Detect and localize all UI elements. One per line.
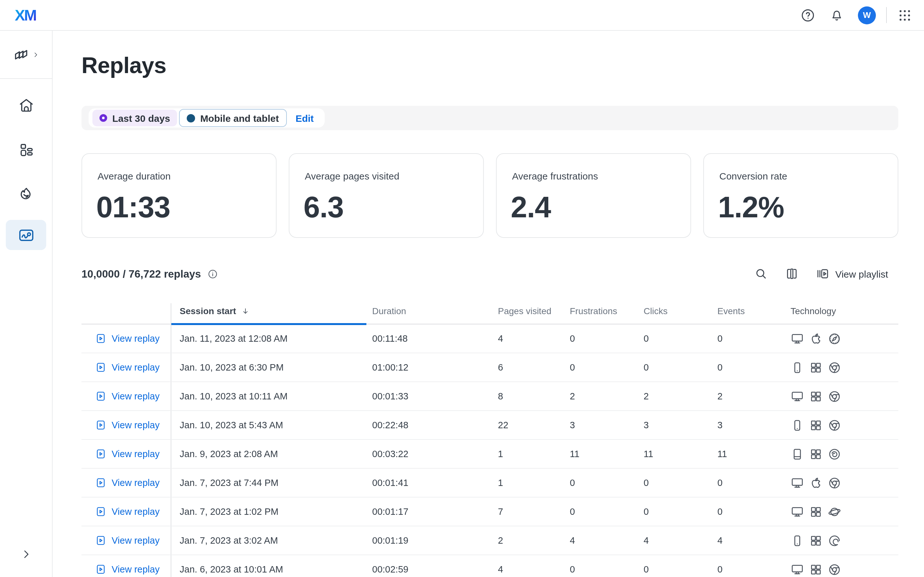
xm-logo[interactable]: XM [15,6,36,24]
stat-value: 1.2% [718,190,784,224]
play-square-icon [95,448,107,460]
session-start-cell: Jan. 10, 2023 at 10:11 AM [180,382,288,410]
notifications-bell-icon[interactable] [829,7,845,23]
apple-icon [809,476,822,490]
top-bar: XM W [0,0,924,31]
view-replay-label: View replay [111,506,160,517]
clicks-cell: 0 [644,555,649,577]
events-cell: 0 [717,469,722,497]
desktop-icon [790,476,804,490]
replays-count: 10,0000 / 76,722 replays [81,268,201,280]
session-start-cell: Jan. 6, 2023 at 10:01 AM [180,555,283,577]
view-replay-label: View replay [111,535,160,546]
view-replay-label: View replay [111,334,160,343]
clicks-cell: 11 [644,440,653,468]
sidebar-item-replays-selected[interactable] [6,220,46,250]
mobile-icon [790,418,804,432]
column-header-pages-visited: Pages visited [498,306,551,316]
duration-cell: 01:00:12 [372,353,409,382]
view-replay-link[interactable]: View replay [95,411,160,439]
info-icon[interactable] [208,268,218,279]
filter-chip-label: Mobile and tablet [200,113,279,123]
view-replay-link[interactable]: View replay [95,526,160,554]
view-playlist-button[interactable]: View playlist [815,267,888,281]
session-start-cell: Jan. 9, 2023 at 2:08 AM [180,440,278,468]
tablet-icon [790,447,804,461]
flame-icon [18,186,34,203]
sort-descending-icon [241,307,250,315]
technology-cell [790,382,841,410]
filter-chip-date-range[interactable]: Last 30 days [92,110,177,126]
columns-icon[interactable] [784,267,798,281]
session-start-cell: Jan. 7, 2023 at 3:02 AM [180,526,278,554]
clicks-cell: 3 [644,411,649,439]
chrome-icon [828,562,841,576]
edit-filters-link[interactable]: Edit [286,113,323,123]
view-replay-link[interactable]: View replay [95,469,160,497]
view-replay-link[interactable]: View replay [95,555,160,577]
view-replay-link[interactable]: View replay [95,353,160,382]
windows-icon [809,447,822,461]
technology-cell [790,440,841,468]
stat-card-average-frustrations: Average frustrations 2.4 [496,153,691,238]
sidebar-item-home[interactable] [0,96,52,114]
play-square-icon [95,564,107,575]
avatar[interactable]: W [858,6,876,24]
sidebar-expand-button[interactable] [0,545,52,563]
sidebar-item-dashboards[interactable] [0,141,52,159]
duration-cell: 00:01:41 [372,469,409,497]
stat-card-average-duration: Average duration 01:33 [81,153,276,238]
view-replay-label: View replay [111,478,160,488]
browser-icon [828,505,841,518]
sidebar-item-product-switcher[interactable] [0,45,52,63]
chrome-icon [828,418,841,432]
stat-value: 6.3 [304,190,344,224]
events-cell: 0 [717,353,722,382]
events-cell: 11 [717,440,727,468]
table-row: View replayJan. 11, 2023 at 12:08 AM00:1… [81,324,898,353]
search-icon[interactable] [754,267,768,281]
pages-visited-cell: 4 [498,555,503,577]
sidebar-item-heatmaps[interactable] [0,185,52,203]
desktop-icon [790,332,804,345]
chevron-right-icon [32,51,39,58]
column-header-session-start[interactable]: Session start [180,306,250,316]
session-start-cell: Jan. 10, 2023 at 5:43 AM [180,411,283,439]
view-replay-link[interactable]: View replay [95,440,160,468]
technology-cell [790,411,841,439]
pages-visited-cell: 4 [498,324,503,353]
view-replay-link[interactable]: View replay [95,324,160,353]
view-replay-link[interactable]: View replay [95,498,160,526]
table-row: View replayJan. 10, 2023 at 6:30 PM01:00… [81,353,898,382]
table-row: View replayJan. 7, 2023 at 3:02 AM00:01:… [81,526,898,555]
clicks-cell: 0 [644,353,649,382]
filter-chip-device[interactable]: Mobile and tablet [179,109,286,127]
widgets-icon [18,142,34,158]
pages-visited-cell: 2 [498,526,503,554]
view-replay-link[interactable]: View replay [95,382,160,410]
duration-cell: 00:01:19 [372,526,409,554]
sidebar [0,30,53,577]
desktop-icon [790,390,804,403]
frustrations-cell: 0 [570,555,575,577]
chrome-icon [828,476,841,490]
pages-visited-cell: 8 [498,382,503,410]
play-square-icon [95,506,107,517]
stat-card-conversion-rate: Conversion rate 1.2% [703,153,898,238]
pages-visited-cell: 1 [498,469,503,497]
chrome-icon [828,361,841,374]
chevron-right-icon [20,548,32,560]
frustrations-cell: 0 [570,353,575,382]
play-square-icon [95,390,107,402]
column-header-duration: Duration [372,306,406,316]
mobile-icon [790,534,804,547]
apps-grid-icon[interactable] [897,7,913,23]
table-body: View replayJan. 11, 2023 at 12:08 AM00:1… [81,324,898,577]
events-cell: 0 [717,498,722,526]
playlist-icon [815,267,829,281]
filter-chip-label: Last 30 days [112,113,170,123]
clicks-cell: 0 [644,498,649,526]
chrome-icon [828,390,841,403]
help-icon[interactable] [800,7,816,23]
play-square-icon [95,477,107,488]
